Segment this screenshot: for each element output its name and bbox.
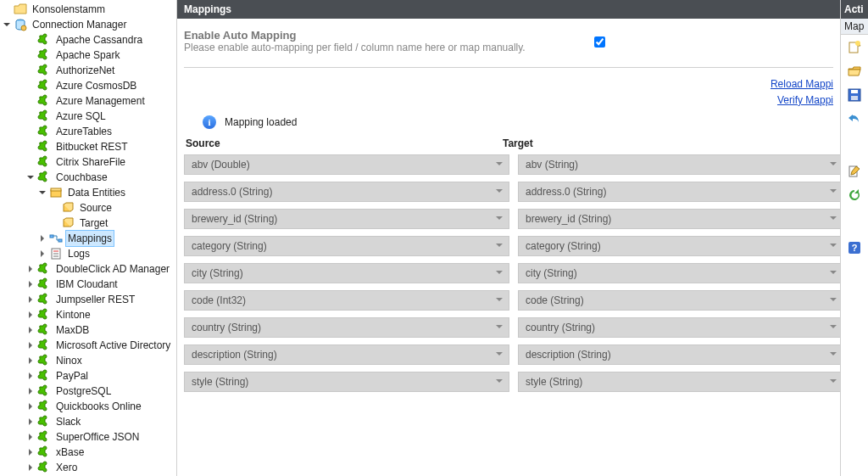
expand-icon[interactable] xyxy=(25,294,36,305)
tree-item-24[interactable]: Quickbooks Online xyxy=(2,399,176,414)
chevron-down-icon xyxy=(495,322,504,333)
tree-item-21[interactable]: Ninox xyxy=(2,353,176,368)
collapse-icon[interactable] xyxy=(2,20,12,30)
tree-item-4[interactable]: Azure Management xyxy=(2,93,176,109)
tree-connection-manager[interactable]: Connection Manager xyxy=(2,17,176,32)
mapping-row: country (String)country (String) xyxy=(184,317,833,338)
target-field-select[interactable]: style (String) xyxy=(518,372,840,392)
tree-item-6[interactable]: AzureTables xyxy=(2,124,176,139)
target-field-select[interactable]: address.0 (String) xyxy=(518,182,840,202)
refresh-icon[interactable] xyxy=(847,188,862,203)
expand-icon[interactable] xyxy=(25,386,36,396)
source-field-select[interactable]: city (String) xyxy=(184,263,509,283)
tree-item-label: Ninox xyxy=(54,353,84,368)
tree-item-label: Quickbooks Online xyxy=(54,399,143,414)
status-text: Mapping loaded xyxy=(225,116,297,128)
target-field-select[interactable]: category (String) xyxy=(518,236,840,256)
target-field-select[interactable]: abv (String) xyxy=(518,154,840,175)
expand-icon[interactable] xyxy=(25,417,36,427)
tree-item-14[interactable]: Logs xyxy=(2,246,176,261)
tree-item-label: Logs xyxy=(66,246,92,261)
tree-item-3[interactable]: Azure CosmosDB xyxy=(2,78,176,93)
reload-mappings-link[interactable]: Reload Mappi xyxy=(184,76,833,92)
undo-icon[interactable] xyxy=(847,111,862,126)
expand-icon[interactable] xyxy=(25,462,36,473)
tree-item-25[interactable]: Slack xyxy=(2,414,176,429)
connector-icon xyxy=(37,354,51,367)
tree-item-7[interactable]: Bitbucket REST xyxy=(2,139,176,154)
tree-item-17[interactable]: Jumpseller REST xyxy=(2,292,176,307)
chevron-down-icon xyxy=(829,240,837,252)
source-field-select[interactable]: style (String) xyxy=(184,372,509,392)
tree-item-16[interactable]: IBM Cloudant xyxy=(2,277,176,292)
source-field-select[interactable]: brewery_id (String) xyxy=(184,209,509,229)
connector-icon xyxy=(37,308,51,322)
edit-icon[interactable] xyxy=(847,164,862,179)
expand-icon[interactable] xyxy=(25,279,36,289)
tree-item-1[interactable]: Apache Spark xyxy=(2,48,176,63)
tree-item-2[interactable]: AuthorizeNet xyxy=(2,63,176,78)
combo-value: country (String) xyxy=(526,322,595,333)
tree-item-label: SuperOffice JSON xyxy=(54,429,141,445)
tree-item-0[interactable]: Apache Cassandra xyxy=(2,32,176,48)
expand-icon[interactable] xyxy=(25,264,36,274)
source-field-select[interactable]: country (String) xyxy=(184,317,509,338)
expand-icon[interactable] xyxy=(37,249,47,259)
tree-item-18[interactable]: Kintone xyxy=(2,307,176,322)
expand-icon[interactable] xyxy=(25,447,36,457)
tree-item-28[interactable]: Xero xyxy=(2,460,176,475)
folder-icon xyxy=(14,3,27,16)
tree-item-20[interactable]: Microsoft Active Directory xyxy=(2,338,176,353)
target-field-select[interactable]: brewery_id (String) xyxy=(518,209,840,229)
tree-item-22[interactable]: PayPal xyxy=(2,368,176,384)
expand-icon[interactable] xyxy=(25,371,36,381)
tree-item-15[interactable]: DoubleClick AD Manager xyxy=(2,261,176,277)
target-field-select[interactable]: description (String) xyxy=(518,344,840,365)
tree-root[interactable]: Konsolenstamm xyxy=(2,2,176,17)
target-field-select[interactable]: country (String) xyxy=(518,317,840,338)
source-field-select[interactable]: abv (Double) xyxy=(184,154,509,175)
tree-item-26[interactable]: SuperOffice JSON xyxy=(2,429,176,445)
expand-icon[interactable] xyxy=(25,432,36,442)
actions-tab[interactable]: Map xyxy=(841,19,868,35)
tree-item-12[interactable]: Target xyxy=(2,216,176,231)
help-icon[interactable]: ? xyxy=(847,240,862,255)
tree-item-13[interactable]: Mappings xyxy=(2,231,176,246)
tree-item-label: DoubleClick AD Manager xyxy=(54,261,171,277)
expand-icon[interactable] xyxy=(25,310,36,320)
svg-rect-17 xyxy=(851,96,858,100)
tree-item-9[interactable]: Couchbase xyxy=(2,170,176,185)
target-field-select[interactable]: city (String) xyxy=(518,263,840,283)
combo-value: category (String) xyxy=(192,240,267,252)
tree-item-label: PayPal xyxy=(54,368,90,384)
tree-item-5[interactable]: Azure SQL xyxy=(2,109,176,124)
auto-mapping-checkbox[interactable] xyxy=(594,36,605,48)
open-folder-icon[interactable] xyxy=(847,64,862,79)
collapse-icon[interactable] xyxy=(37,188,47,198)
save-icon[interactable] xyxy=(847,87,862,103)
expand-icon[interactable] xyxy=(25,325,36,335)
tree-item-27[interactable]: xBase xyxy=(2,445,176,460)
source-field-select[interactable]: category (String) xyxy=(184,236,509,256)
expand-icon[interactable] xyxy=(25,356,36,366)
chevron-down-icon xyxy=(495,159,504,171)
mapping-row: style (String)style (String) xyxy=(184,372,833,392)
chevron-down-icon xyxy=(495,240,504,252)
tree-item-8[interactable]: Citrix ShareFile xyxy=(2,154,176,170)
expand-icon[interactable] xyxy=(37,233,47,244)
tree-item-11[interactable]: Source xyxy=(2,200,176,216)
source-field-select[interactable]: address.0 (String) xyxy=(184,182,509,202)
connector-icon xyxy=(37,339,51,352)
verify-mappings-link[interactable]: Verify Mappi xyxy=(184,92,833,109)
tree-item-23[interactable]: PostgreSQL xyxy=(2,384,176,399)
source-field-select[interactable]: description (String) xyxy=(184,344,509,365)
expand-icon[interactable] xyxy=(25,340,36,350)
tree-item-10[interactable]: Data Entities xyxy=(2,185,176,200)
collapse-icon[interactable] xyxy=(25,172,36,182)
combo-value: city (String) xyxy=(192,267,243,279)
new-icon[interactable] xyxy=(847,40,862,55)
tree-item-19[interactable]: MaxDB xyxy=(2,322,176,338)
source-field-select[interactable]: code (Int32) xyxy=(184,290,509,311)
expand-icon[interactable] xyxy=(25,401,36,412)
target-field-select[interactable]: code (String) xyxy=(518,290,840,311)
